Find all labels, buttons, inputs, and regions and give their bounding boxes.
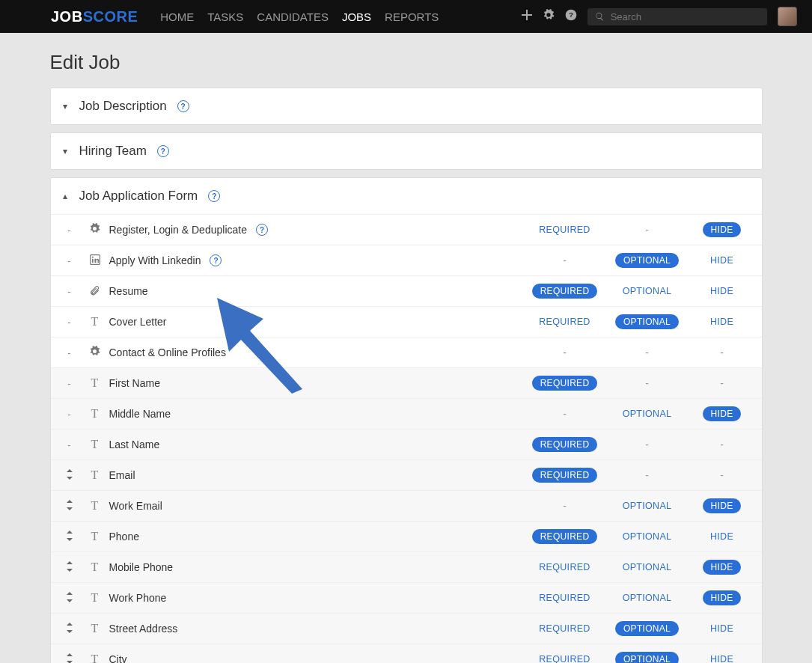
field-name: Register, Login & Deduplicate? (108, 224, 524, 236)
required-cell[interactable]: REQUIRED (524, 654, 606, 663)
field-name: Mobile Phone (108, 561, 524, 573)
search-icon (595, 11, 605, 22)
help-circle-icon[interactable]: ? (210, 254, 222, 266)
drag-handle-icon[interactable] (57, 469, 82, 482)
help-icon[interactable]: ? (565, 9, 577, 24)
hide-cell[interactable]: HIDE (689, 406, 756, 421)
optional-cell: - (606, 377, 689, 389)
required-cell[interactable]: REQUIRED (524, 317, 606, 327)
required-cell[interactable]: REQUIRED (524, 529, 606, 544)
form-row: TWork PhoneREQUIREDOPTIONALHIDE (51, 582, 762, 613)
page-title: Edit Job (50, 33, 763, 88)
required-cell[interactable]: REQUIRED (524, 468, 606, 483)
required-cell[interactable]: REQUIRED (524, 224, 606, 235)
hide-cell[interactable]: HIDE (689, 560, 756, 575)
page: Edit Job ▾ Job Description ? ▾ Hiring Te… (50, 33, 763, 663)
optional-cell[interactable]: OPTIONAL (606, 501, 689, 511)
chevron-up-icon: ▴ (63, 191, 72, 201)
hide-cell: - (689, 469, 756, 481)
drag-handle-icon[interactable] (57, 592, 82, 605)
search-input[interactable] (611, 11, 760, 22)
hide-cell[interactable]: HIDE (689, 255, 756, 266)
nav-reports[interactable]: REPORTS (385, 10, 439, 23)
optional-cell[interactable]: OPTIONAL (606, 562, 689, 572)
drag-handle-icon[interactable] (57, 653, 82, 664)
T-icon: T (82, 315, 108, 329)
hide-cell[interactable]: HIDE (689, 531, 756, 542)
panel-app-form: ▴ Job Application Form ? -Register, Logi… (50, 177, 763, 663)
field-name: Work Email (108, 500, 524, 512)
form-row: -ResumeREQUIREDOPTIONALHIDE (51, 275, 762, 306)
form-row: -Register, Login & Deduplicate?REQUIRED-… (51, 214, 762, 245)
logo[interactable]: JOBSCORE (51, 8, 138, 25)
T-icon: T (82, 591, 108, 605)
form-row: TStreet AddressREQUIREDOPTIONALHIDE (51, 613, 762, 644)
optional-cell[interactable]: OPTIONAL (606, 409, 689, 419)
form-row: TMobile PhoneREQUIREDOPTIONALHIDE (51, 552, 762, 582)
drag-handle-icon[interactable] (57, 623, 82, 635)
drag-handle-icon[interactable] (57, 561, 82, 574)
T-icon: T (82, 376, 108, 390)
optional-cell[interactable]: OPTIONAL (606, 314, 689, 329)
form-row: -Apply With Linkedin?-OPTIONALHIDE (51, 245, 762, 275)
drag-placeholder: - (57, 317, 82, 328)
hide-cell[interactable]: HIDE (689, 654, 756, 663)
panel-job-description: ▾ Job Description ? (50, 88, 763, 125)
hide-cell[interactable]: HIDE (689, 286, 756, 296)
nav-tasks[interactable]: TASKS (207, 10, 243, 23)
optional-cell[interactable]: OPTIONAL (606, 531, 689, 542)
drag-handle-icon[interactable] (57, 500, 82, 513)
panel-header-hiring-team[interactable]: ▾ Hiring Team ? (51, 133, 762, 169)
field-name: City (108, 653, 524, 663)
optional-cell[interactable]: OPTIONAL (606, 652, 689, 663)
panel-header-app-form[interactable]: ▴ Job Application Form ? (51, 178, 762, 214)
panel-header-job-description[interactable]: ▾ Job Description ? (51, 88, 762, 124)
hide-cell[interactable]: HIDE (689, 222, 756, 237)
svg-rect-3 (91, 258, 93, 262)
help-circle-icon[interactable]: ? (177, 100, 189, 112)
required-cell[interactable]: REQUIRED (524, 376, 606, 391)
top-bar: JOBSCORE HOMETASKSCANDIDATESJOBSREPORTS … (0, 0, 812, 33)
hide-cell[interactable]: HIDE (689, 498, 756, 513)
gear-icon (82, 223, 108, 236)
optional-cell[interactable]: OPTIONAL (606, 621, 689, 636)
nav-jobs[interactable]: JOBS (342, 10, 371, 23)
topbar-right: ? (522, 7, 797, 26)
required-cell[interactable]: REQUIRED (524, 623, 606, 634)
form-row: -TFirst NameREQUIRED-- (51, 367, 762, 398)
help-circle-icon[interactable]: ? (157, 145, 169, 157)
search-box[interactable] (587, 8, 767, 25)
hide-cell[interactable]: HIDE (689, 623, 756, 634)
clip-icon (82, 285, 108, 298)
svg-text:?: ? (569, 11, 573, 19)
required-cell: - (524, 346, 606, 358)
form-row: TCityREQUIREDOPTIONALHIDE (51, 644, 762, 663)
T-icon: T (82, 653, 108, 663)
chevron-down-icon: ▾ (63, 101, 72, 111)
field-name: Middle Name (108, 408, 524, 420)
T-icon: T (82, 407, 108, 421)
hide-cell[interactable]: HIDE (689, 317, 756, 327)
required-cell[interactable]: REQUIRED (524, 562, 606, 572)
required-cell[interactable]: REQUIRED (524, 284, 606, 299)
nav-candidates[interactable]: CANDIDATES (257, 10, 329, 23)
help-circle-icon[interactable]: ? (208, 190, 220, 202)
drag-placeholder: - (57, 409, 82, 420)
gear-icon[interactable] (543, 9, 555, 24)
help-circle-icon[interactable]: ? (256, 224, 268, 236)
optional-cell[interactable]: OPTIONAL (606, 286, 689, 296)
drag-handle-icon[interactable] (57, 531, 82, 543)
field-name: Resume (108, 285, 524, 297)
field-name: First Name (108, 377, 524, 389)
avatar[interactable] (778, 7, 797, 26)
logo-part2: SCORE (83, 8, 138, 25)
required-cell[interactable]: REQUIRED (524, 437, 606, 452)
plus-icon[interactable] (522, 10, 532, 23)
nav-home[interactable]: HOME (160, 10, 194, 23)
required-cell[interactable]: REQUIRED (524, 593, 606, 603)
optional-cell[interactable]: OPTIONAL (606, 253, 689, 268)
hide-cell[interactable]: HIDE (689, 590, 756, 605)
optional-cell[interactable]: OPTIONAL (606, 593, 689, 603)
T-icon: T (82, 438, 108, 451)
linkedin-icon (82, 254, 108, 267)
